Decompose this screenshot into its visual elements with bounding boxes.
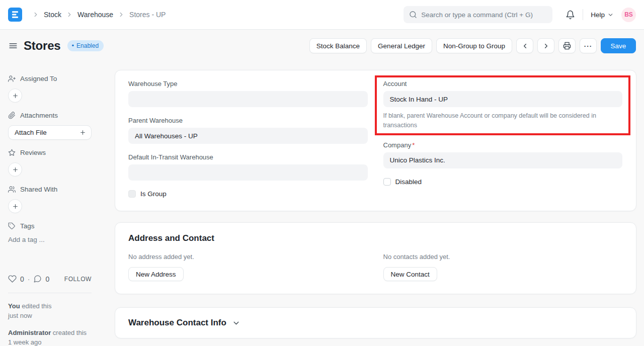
tags-label: Tags (20, 222, 35, 230)
created-meta: Administrator created this 1 week ago (8, 328, 92, 346)
more-menu-button[interactable]: ··· (580, 38, 597, 53)
attach-file-label: Attach File (15, 129, 47, 136)
add-share-button[interactable] (8, 199, 22, 213)
warehouse-type-input[interactable] (128, 91, 368, 107)
shared-with-section: Shared With (8, 186, 92, 213)
breadcrumb-warehouse[interactable]: Warehouse (77, 11, 113, 19)
print-button[interactable] (558, 38, 576, 53)
company-field-group: Company* (383, 141, 623, 168)
navbar-divider (583, 9, 583, 20)
comment-icon[interactable] (33, 275, 42, 283)
warehouse-contact-info-card[interactable]: Warehouse Contact Info (115, 307, 636, 338)
assigned-to-section: Assigned To (8, 75, 92, 103)
sidebar: Assigned To Attachments Attach File Revi… (8, 70, 92, 346)
chevron-right-icon (66, 11, 73, 18)
follow-button[interactable]: FOLLOW (64, 276, 92, 283)
is-group-checkbox-row: Is Group (128, 190, 368, 198)
users-icon (8, 186, 16, 193)
address-contact-card: Address and Contact No address added yet… (115, 222, 636, 294)
likes-count: 0 (20, 275, 24, 283)
disabled-label: Disabled (395, 178, 422, 186)
address-contact-title: Address and Contact (128, 233, 622, 243)
attach-file-button[interactable]: Attach File (8, 125, 92, 140)
add-review-button[interactable] (8, 162, 22, 177)
search-input[interactable] (421, 11, 547, 19)
reviews-section: Reviews (8, 149, 92, 177)
user-plus-icon (8, 75, 16, 82)
parent-warehouse-label: Parent Warehouse (128, 117, 368, 124)
contact-column: No contacts added yet. New Contact (383, 253, 623, 281)
attachments-header: Attachments (8, 112, 92, 119)
warehouse-type-field-group: Warehouse Type (128, 80, 368, 107)
star-icon (8, 149, 16, 156)
stock-balance-button[interactable]: Stock Balance (309, 38, 367, 53)
add-assignment-button[interactable] (8, 89, 22, 103)
attachments-label: Attachments (20, 112, 58, 119)
sidebar-toggle-icon[interactable] (8, 41, 18, 51)
next-record-button[interactable] (537, 38, 554, 53)
company-input[interactable] (383, 152, 623, 168)
search-icon (409, 11, 417, 19)
comments-count: 0 (45, 275, 49, 283)
shared-with-header: Shared With (8, 186, 92, 193)
paperclip-icon (8, 112, 16, 119)
non-group-to-group-button[interactable]: Non-Group to Group (436, 38, 512, 53)
dot-separator: · (28, 275, 30, 283)
tags-header: Tags (8, 222, 92, 230)
is-group-checkbox[interactable] (128, 190, 136, 198)
address-contact-grid: No address added yet. New Address No con… (128, 253, 622, 281)
app-logo-icon[interactable] (8, 8, 22, 22)
main-content: Warehouse Type Parent Warehouse Default … (115, 70, 636, 346)
default-in-transit-field-group: Default In-Transit Warehouse (128, 153, 368, 181)
address-column: No address added yet. New Address (128, 253, 368, 281)
account-description: If blank, parent Warehouse Account or co… (383, 111, 623, 131)
chevron-down-icon (607, 12, 614, 18)
tags-section: Tags Add a tag ... (8, 222, 92, 243)
chevron-down-icon (232, 319, 240, 327)
disabled-checkbox[interactable] (383, 178, 391, 186)
assigned-to-label: Assigned To (20, 75, 57, 82)
assigned-to-header: Assigned To (8, 75, 92, 82)
avatar[interactable]: BS (621, 8, 636, 22)
breadcrumb-stock[interactable]: Stock (44, 11, 61, 19)
chevron-right-icon (118, 11, 125, 18)
account-label: Account (383, 80, 623, 88)
default-in-transit-input[interactable] (128, 164, 368, 181)
edited-by: You (8, 302, 20, 310)
new-address-button[interactable]: New Address (128, 267, 184, 281)
status-badge-label: Enabled (76, 42, 99, 49)
details-card: Warehouse Type Parent Warehouse Default … (115, 70, 636, 211)
general-ledger-button[interactable]: General Ledger (371, 38, 432, 53)
breadcrumb-current: Stores - UP (129, 11, 166, 19)
breadcrumb: Stock Warehouse Stores - UP (32, 11, 166, 19)
heart-icon[interactable] (8, 275, 17, 283)
add-tag-input[interactable]: Add a tag ... (8, 236, 92, 243)
reviews-label: Reviews (20, 149, 46, 156)
details-grid: Warehouse Type Parent Warehouse Default … (128, 80, 622, 206)
created-action: created this (51, 329, 87, 336)
navbar-right: Help BS (566, 8, 636, 22)
sidebar-divider (8, 293, 92, 293)
chevron-right-icon (32, 11, 39, 18)
engagement-row: 0 · 0 FOLLOW (8, 275, 92, 283)
is-group-label: Is Group (140, 190, 167, 198)
prev-record-button[interactable] (516, 38, 533, 53)
edited-time: just now (8, 312, 32, 319)
created-by: Administrator (8, 329, 51, 336)
plus-icon (79, 129, 86, 136)
account-input[interactable] (383, 91, 623, 107)
warehouse-type-label: Warehouse Type (128, 80, 368, 88)
edited-action: edited this (20, 302, 52, 310)
attachments-section: Attachments Attach File (8, 112, 92, 140)
default-in-transit-label: Default In-Transit Warehouse (128, 153, 368, 161)
help-menu[interactable]: Help (591, 11, 614, 19)
notifications-bell-icon[interactable] (566, 10, 575, 20)
new-contact-button[interactable]: New Contact (383, 267, 437, 281)
parent-warehouse-field-group: Parent Warehouse (128, 117, 368, 144)
search-bar[interactable] (404, 6, 552, 23)
details-right-column: Account If blank, parent Warehouse Accou… (383, 80, 623, 206)
parent-warehouse-input[interactable] (128, 128, 368, 144)
save-button[interactable]: Save (601, 38, 636, 53)
page-head: Stores • Enabled Stock Balance General L… (0, 30, 644, 59)
page-actions: Stock Balance General Ledger Non-Group t… (309, 38, 636, 53)
